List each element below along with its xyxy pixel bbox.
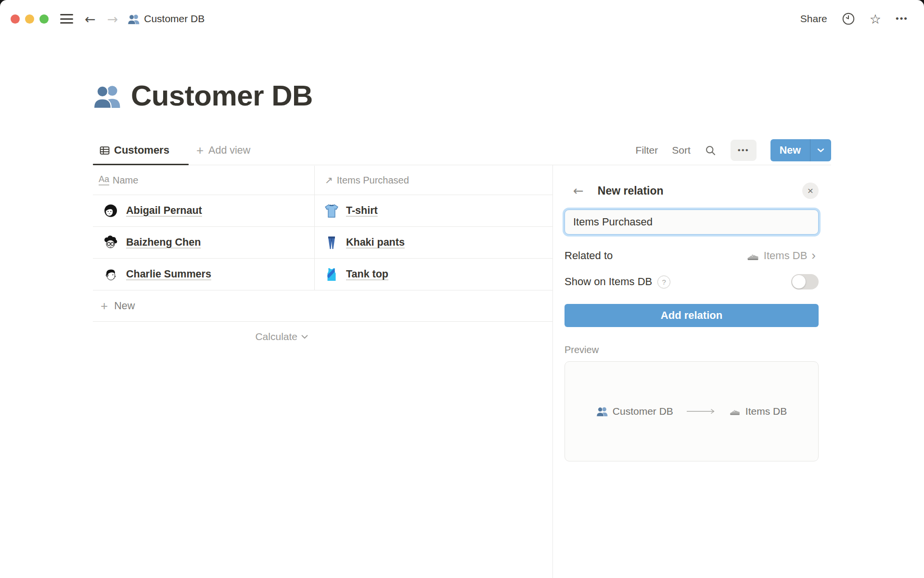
- preview-source-label: Customer DB: [613, 406, 673, 417]
- relation-name-input[interactable]: [565, 210, 819, 235]
- tab-customers[interactable]: Customers: [93, 136, 189, 165]
- column-header-name[interactable]: Aa Name: [93, 166, 315, 195]
- notion-window: ← → Customer DB Share ☆ ••• Customer DB: [0, 0, 924, 578]
- name-cell[interactable]: Charlie Summers: [93, 259, 315, 290]
- sort-button[interactable]: Sort: [672, 144, 691, 156]
- view-more-options-icon[interactable]: •••: [731, 140, 757, 161]
- page-link[interactable]: Baizheng Chen: [126, 236, 201, 249]
- column-header-items-purchased[interactable]: ↗ Items Purchased: [315, 166, 552, 195]
- related-to-select[interactable]: Items DB ›: [746, 249, 819, 263]
- back-icon[interactable]: ←: [85, 13, 96, 26]
- calculate-label: Calculate: [255, 331, 297, 342]
- jeans-icon: [324, 235, 339, 250]
- page-link[interactable]: Abigail Pernaut: [126, 205, 202, 217]
- panel-back-icon[interactable]: ←: [573, 184, 584, 197]
- relation-cell[interactable]: T-shirt: [315, 195, 552, 226]
- table-row: Abigail Pernaut T-shirt: [93, 195, 552, 227]
- minimize-window-button[interactable]: [25, 14, 34, 24]
- search-icon[interactable]: [705, 144, 717, 157]
- table-row: Charlie Summers Tank top: [93, 259, 552, 290]
- long-right-arrow-icon: [686, 408, 716, 415]
- show-on-toggle[interactable]: [791, 274, 819, 289]
- relation-cell[interactable]: Khaki pants: [315, 227, 552, 258]
- column-label: Items Purchased: [337, 175, 409, 186]
- updates-clock-icon[interactable]: [842, 12, 855, 26]
- man-curly-glasses-avatar: [103, 235, 118, 250]
- table-view-icon: [100, 145, 110, 156]
- tank-top-icon: [324, 267, 339, 282]
- people-icon: [128, 13, 140, 25]
- new-relation-panel: ← New relation × Related to Items DB › S…: [552, 165, 924, 578]
- traffic-lights: [11, 14, 49, 24]
- tab-label: Customers: [114, 144, 169, 157]
- related-to-value: Items DB: [764, 250, 807, 262]
- panel-title: New relation: [598, 184, 664, 197]
- relation-link[interactable]: T-shirt: [346, 205, 378, 217]
- relation-link[interactable]: Tank top: [346, 268, 388, 280]
- chevron-down-icon: [301, 335, 308, 339]
- zoom-window-button[interactable]: [39, 14, 49, 24]
- add-relation-button[interactable]: Add relation: [565, 304, 819, 327]
- t-shirt-icon: [324, 203, 339, 219]
- breadcrumb-title: Customer DB: [144, 13, 205, 25]
- close-window-button[interactable]: [11, 14, 20, 24]
- related-to-label: Related to: [565, 250, 613, 262]
- sidebar-menu-icon[interactable]: [60, 14, 73, 24]
- page-link[interactable]: Charlie Summers: [126, 268, 211, 280]
- filter-button[interactable]: Filter: [636, 144, 658, 156]
- add-view-label: Add view: [208, 144, 250, 157]
- preview-target-label: Items DB: [745, 406, 787, 417]
- new-row-button[interactable]: + New: [93, 290, 552, 322]
- relation-property-icon: ↗: [325, 174, 333, 186]
- woman-bob-avatar: [103, 203, 118, 219]
- more-options-icon[interactable]: •••: [896, 13, 908, 24]
- new-dropdown-chevron-icon[interactable]: [810, 139, 831, 161]
- title-property-icon: Aa: [99, 175, 109, 186]
- relation-preview-box: Customer DB Items DB: [565, 361, 819, 461]
- relation-link[interactable]: Khaki pants: [346, 236, 405, 249]
- related-to-row: Related to Items DB ›: [565, 247, 819, 264]
- preview-label: Preview: [565, 344, 819, 355]
- new-row-label: New: [114, 300, 135, 312]
- sneaker-icon: [746, 250, 759, 263]
- calculate-button[interactable]: Calculate: [93, 322, 315, 352]
- name-cell[interactable]: Baizheng Chen: [93, 227, 315, 258]
- show-on-label: Show on Items DB: [565, 276, 652, 288]
- view-toolbar: Customers + Add view Filter Sort ••• New: [93, 136, 831, 165]
- people-icon[interactable]: [93, 82, 121, 110]
- people-icon: [596, 406, 608, 417]
- table-row: Baizheng Chen Khaki pants: [93, 227, 552, 259]
- table-header-row: Aa Name ↗ Items Purchased: [93, 166, 552, 195]
- help-question-icon[interactable]: ?: [657, 276, 670, 289]
- plus-icon: +: [101, 300, 108, 312]
- page-title-text[interactable]: Customer DB: [131, 79, 313, 112]
- sneaker-icon: [729, 406, 741, 417]
- relation-cell[interactable]: Tank top: [315, 259, 552, 290]
- man-profile-avatar: [103, 267, 118, 282]
- new-button[interactable]: New: [770, 139, 810, 161]
- favorite-star-icon[interactable]: ☆: [870, 13, 881, 26]
- forward-icon[interactable]: →: [107, 13, 118, 26]
- chevron-right-icon: ›: [811, 249, 816, 263]
- window-titlebar: ← → Customer DB Share ☆ •••: [0, 0, 924, 38]
- show-on-row: Show on Items DB ?: [565, 273, 819, 290]
- new-split-button: New: [770, 139, 831, 161]
- name-cell[interactable]: Abigail Pernaut: [93, 195, 315, 226]
- database-table: Aa Name ↗ Items Purchased: [93, 166, 552, 352]
- panel-close-icon[interactable]: ×: [802, 183, 819, 199]
- breadcrumb[interactable]: Customer DB: [128, 13, 205, 25]
- column-label: Name: [113, 175, 138, 186]
- page-title: Customer DB: [93, 79, 313, 112]
- plus-icon: +: [196, 144, 204, 157]
- add-view-button[interactable]: + Add view: [196, 144, 250, 157]
- share-button[interactable]: Share: [800, 13, 827, 25]
